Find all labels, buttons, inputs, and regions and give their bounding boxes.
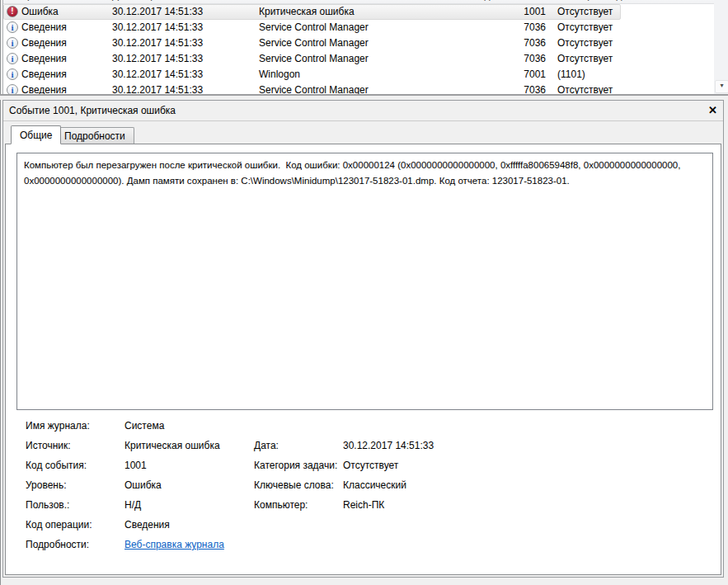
event-preview-pane: Событие 1001, Критическая ошибка ✕ Общие…: [2, 100, 724, 578]
event-id: 1001: [465, 6, 546, 17]
tab-general[interactable]: Общие: [11, 125, 61, 144]
field-value-left: Ошибка: [124, 479, 162, 491]
event-level: Сведения: [21, 68, 67, 80]
event-level: Сведения: [21, 53, 67, 64]
field-value-right: Отсутствует: [343, 460, 398, 471]
info-icon: [7, 53, 18, 64]
event-id: 7036: [465, 21, 546, 33]
event-datetime: 30.12.2017 14:51:33: [112, 6, 203, 17]
details-grid-row: Код события: 1001 Категория задачи: Отсу…: [6, 457, 721, 477]
details-grid-row: Имя журнала: Система: [6, 418, 721, 437]
field-label-left: Имя журнала:: [26, 420, 90, 432]
field-label-right: Ключевые слова:: [254, 479, 334, 491]
event-id: 7001: [465, 68, 546, 80]
event-details-grid: Имя журнала: Система Источник: Критическ…: [6, 418, 721, 556]
event-level: Сведения: [21, 37, 67, 49]
field-value-right: Классический: [343, 479, 406, 491]
event-source: Service Control Manager: [259, 53, 369, 64]
list-vertical-scrollbar[interactable]: ▾: [714, 0, 728, 94]
event-row[interactable]: Ошибка 30.12.2017 14:51:33 Критическая о…: [3, 4, 714, 20]
close-icon[interactable]: ✕: [708, 104, 717, 116]
field-label-right: Компьютер:: [254, 499, 308, 511]
event-level: Сведения: [21, 84, 67, 94]
event-source: Service Control Manager: [259, 37, 369, 49]
event-category: (1101): [557, 68, 585, 80]
details-grid-row: Код операции: Сведения: [6, 517, 721, 536]
event-datetime: 30.12.2017 14:51:33: [112, 53, 203, 64]
tab-strip: Общие Подробности: [3, 121, 723, 144]
field-label-left: Уровень:: [26, 479, 67, 491]
event-level: Сведения: [21, 21, 67, 33]
preview-title: Событие 1001, Критическая ошибка: [9, 105, 176, 116]
event-id: 7036: [465, 84, 546, 94]
field-label-left: Подробности:: [26, 539, 89, 550]
field-label-left: Пользов.:: [26, 499, 69, 511]
info-icon: [7, 84, 18, 94]
event-datetime: 30.12.2017 14:51:33: [112, 68, 203, 80]
event-category: Отсутствует: [557, 6, 613, 17]
column-header[interactable]: Код события: [473, 0, 532, 1]
field-value-left: Критическая ошибка: [124, 440, 220, 451]
column-header[interactable]: Дата и время: [112, 0, 173, 1]
details-grid-row: Пользов.: Н/Д Компьютер: Reich-ПК: [6, 497, 721, 517]
field-label-right: Дата:: [254, 440, 279, 451]
field-label-left: Код операции:: [26, 519, 92, 531]
details-grid-row: Подробности: Веб-справка журнала: [6, 536, 721, 556]
event-list: УровеньДата и времяИсточникКод событияКа…: [2, 0, 714, 94]
event-datetime: 30.12.2017 14:51:33: [112, 84, 203, 94]
preview-header: Событие 1001, Критическая ошибка ✕: [3, 101, 723, 121]
details-grid-row: Уровень: Ошибка Ключевые слова: Классиче…: [6, 477, 721, 497]
field-label-left: Источник:: [26, 440, 71, 451]
general-tab-panel: Компьютер был перезагружен после критиче…: [5, 144, 721, 575]
scroll-down-button[interactable]: ▾: [715, 80, 728, 93]
web-help-link[interactable]: Веб-справка журнала: [124, 539, 224, 550]
info-icon: [7, 68, 18, 80]
event-category: Отсутствует: [557, 37, 613, 49]
event-datetime: 30.12.2017 14:51:33: [112, 21, 203, 33]
field-value-left: Сведения: [124, 519, 170, 531]
info-icon: [7, 37, 18, 49]
event-source: Service Control Manager: [259, 84, 369, 94]
field-value-left: Н/Д: [124, 499, 141, 511]
error-icon: [7, 6, 18, 17]
field-label-left: Код события:: [26, 460, 87, 471]
event-source: Service Control Manager: [259, 21, 369, 33]
event-source: Winlogon: [259, 68, 300, 80]
event-row[interactable]: Сведения 30.12.2017 14:51:33 Service Con…: [3, 20, 714, 35]
field-label-right: Категория задачи:: [254, 460, 337, 471]
event-category: Отсутствует: [557, 84, 613, 94]
event-id: 7036: [465, 37, 546, 49]
event-datetime: 30.12.2017 14:51:33: [112, 37, 203, 49]
field-value-right: Reich-ПК: [343, 499, 384, 511]
field-value-left: Система: [124, 420, 164, 432]
arrow-down-icon: ▾: [720, 82, 723, 89]
column-header[interactable]: Источник: [259, 0, 301, 1]
event-rows: Ошибка 30.12.2017 14:51:33 Критическая о…: [3, 4, 714, 94]
window-left-edge: [0, 0, 1, 585]
event-category: Отсутствует: [557, 21, 613, 33]
details-grid-row: Источник: Критическая ошибка Дата: 30.12…: [6, 437, 721, 457]
pane-splitter[interactable]: [0, 94, 728, 100]
event-level: Ошибка: [21, 6, 59, 17]
event-row[interactable]: Сведения 30.12.2017 14:51:33 Service Con…: [3, 35, 714, 51]
field-value-right: 30.12.2017 14:51:33: [343, 440, 434, 451]
event-category: Отсутствует: [557, 53, 613, 64]
event-id: 7036: [465, 53, 546, 64]
event-description[interactable]: Компьютер был перезагружен после критиче…: [16, 153, 713, 410]
event-row[interactable]: Сведения 30.12.2017 14:51:33 Winlogon 70…: [3, 67, 714, 83]
field-value-left: 1001: [124, 460, 147, 471]
event-row[interactable]: Сведения 30.12.2017 14:51:33 Service Con…: [3, 51, 714, 67]
column-header[interactable]: Уровень: [21, 0, 59, 1]
tab-details[interactable]: Подробности: [55, 127, 134, 144]
event-row[interactable]: Сведения 30.12.2017 14:51:33 Service Con…: [3, 83, 714, 94]
event-source: Критическая ошибка: [259, 6, 355, 17]
info-icon: [7, 21, 18, 33]
column-header[interactable]: Категория задачи: [557, 0, 638, 1]
